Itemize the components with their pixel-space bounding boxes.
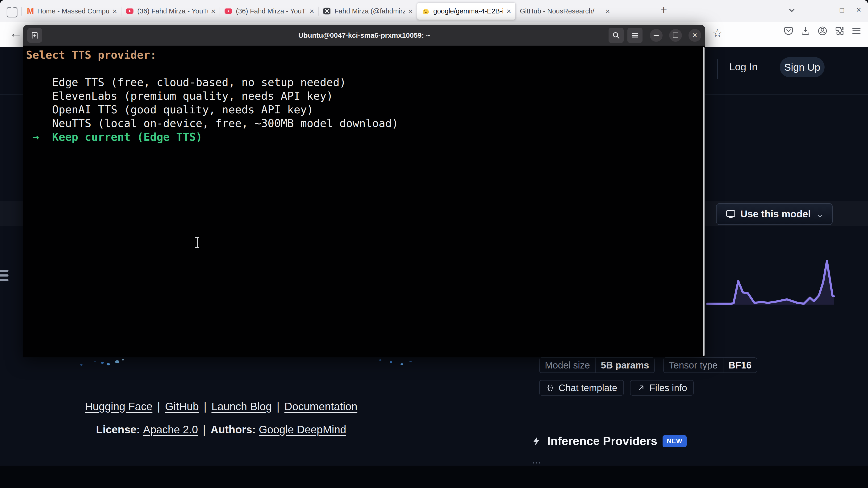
monitor-icon <box>725 209 736 220</box>
page-menu-icon[interactable] <box>0 270 8 284</box>
x-twitter-icon <box>323 7 331 15</box>
footer-separator: | <box>272 400 284 413</box>
background-speck <box>409 361 412 362</box>
signup-button[interactable]: Sign Up <box>780 57 825 77</box>
terminal-new-tab-icon[interactable] <box>27 28 42 43</box>
tab-title: Fahd Mirza (@fahdmirza <box>335 7 405 15</box>
tab-close-icon[interactable]: × <box>112 7 117 15</box>
action-button-chat-template[interactable]: Chat template <box>539 380 624 396</box>
meta-label: Model size <box>540 358 595 372</box>
back-button[interactable]: ← <box>9 26 22 40</box>
terminal-menu-icon[interactable] <box>627 28 643 43</box>
window-maximize-button[interactable]: □ <box>840 7 844 14</box>
terminal-line: NeuTTS (local on-device, free, ~300MB mo… <box>26 117 705 130</box>
browser-tab[interactable]: (36) Fahd Mirza - YouTub× <box>121 2 220 20</box>
use-this-model-label: Use this model <box>740 208 811 220</box>
inference-providers-section: Inference Providers NEW <box>531 434 687 448</box>
footer-link[interactable]: Launch Blog <box>211 400 272 413</box>
background-speck <box>115 360 119 363</box>
model-card-footer: Hugging Face | GitHub | Launch Blog | Do… <box>66 400 376 436</box>
browser-tab-bar: MHome - Massed Compute×(36) Fahd Mirza -… <box>0 0 868 22</box>
model-meta-row: Model size5B paramsTensor typeBF16 <box>539 357 757 373</box>
terminal-line: OpenAI TTS (good quality, needs API key) <box>26 103 705 117</box>
terminal-maximize-button[interactable] <box>669 29 682 42</box>
tab-title: (36) Fahd Mirza - YouTub <box>137 7 208 15</box>
braces-icon <box>546 383 555 392</box>
tab-close-icon[interactable]: × <box>506 7 511 15</box>
tab-close-icon[interactable]: × <box>211 7 216 15</box>
footer-separator: | <box>199 400 212 413</box>
browser-tab[interactable]: GitHub - NousResearch/× <box>516 2 614 20</box>
account-icon[interactable] <box>817 26 828 36</box>
screen: MHome - Massed Compute×(36) Fahd Mirza -… <box>0 0 868 488</box>
toolbar-icon-group <box>783 26 862 36</box>
chevron-down-icon <box>816 210 824 218</box>
pocket-icon[interactable] <box>783 26 794 36</box>
nav-divider <box>717 59 718 79</box>
background-speck <box>390 361 392 363</box>
tabs-container: MHome - Massed Compute×(36) Fahd Mirza -… <box>23 2 614 20</box>
terminal-scrollbar[interactable] <box>703 47 705 356</box>
background-speck <box>401 363 403 365</box>
tab-close-icon[interactable]: × <box>408 7 413 15</box>
downloads-sparkline-chart <box>706 258 836 309</box>
footer-separator: | <box>198 423 211 436</box>
meta-pill: Model size5B params <box>539 357 655 373</box>
new-badge: NEW <box>662 435 687 447</box>
terminal-minimize-button[interactable] <box>650 29 662 42</box>
tab-title: (36) Fahd Mirza - YouTub <box>236 7 306 15</box>
firefox-view-icon[interactable] <box>7 7 18 18</box>
browser-tab[interactable]: MHome - Massed Compute× <box>23 2 121 20</box>
download-icon[interactable] <box>800 26 811 36</box>
extensions-icon[interactable] <box>834 26 845 36</box>
truncated-text: ... <box>532 454 541 465</box>
background-speck <box>122 359 124 360</box>
action-label: Files info <box>649 383 687 393</box>
window-minimize-button[interactable]: − <box>823 6 828 14</box>
terminal-window: Ubuntu@0047-kci-sma6-prxmx10059: ~ × Sel… <box>23 25 705 357</box>
background-speck <box>80 364 83 366</box>
license-link[interactable]: Apache 2.0 <box>143 423 198 436</box>
bolt-icon <box>531 436 542 447</box>
tab-close-icon[interactable]: × <box>309 7 314 15</box>
login-link[interactable]: Log In <box>729 60 757 73</box>
browser-tab[interactable]: (36) Fahd Mirza - YouTub× <box>220 2 318 20</box>
meta-value: BF16 <box>723 358 757 372</box>
use-this-model-button[interactable]: Use this model <box>716 203 833 225</box>
tab-close-icon[interactable]: × <box>605 7 610 15</box>
arrow-up-right-icon <box>637 383 646 392</box>
bottom-bar <box>0 465 868 488</box>
action-button-files-info[interactable]: Files info <box>630 380 694 396</box>
browser-tab[interactable]: google/gemma-4-E2B-it× <box>417 2 516 20</box>
footer-links-line: Hugging Face | GitHub | Launch Blog | Do… <box>66 400 376 413</box>
window-close-button[interactable]: × <box>856 6 861 14</box>
model-actions-row: Chat templateFiles info <box>539 380 694 396</box>
footer-link[interactable]: Hugging Face <box>85 400 152 413</box>
terminal-body[interactable]: Select TTS provider: Edge TTS (free, clo… <box>23 46 705 357</box>
background-speck <box>106 363 110 365</box>
action-label: Chat template <box>559 383 617 393</box>
text-cursor <box>197 238 198 247</box>
authors-link[interactable]: Google DeepMind <box>259 423 346 436</box>
massed-compute-icon: M <box>27 7 34 15</box>
terminal-line: ElevenLabs (premium quality, needs API k… <box>26 89 705 103</box>
bookmark-star-icon[interactable]: ☆ <box>712 26 722 40</box>
meta-label: Tensor type <box>664 358 723 372</box>
terminal-search-icon[interactable] <box>609 28 624 43</box>
authors-label: Authors: <box>211 423 259 436</box>
browser-tab[interactable]: Fahd Mirza (@fahdmirza× <box>318 2 417 20</box>
terminal-titlebar[interactable]: Ubuntu@0047-kci-sma6-prxmx10059: ~ × <box>23 25 705 46</box>
terminal-line: → Keep current (Edge TTS) <box>26 130 705 144</box>
menu-icon[interactable] <box>851 26 862 36</box>
inference-providers-title: Inference Providers <box>547 434 657 448</box>
tab-title: Home - Massed Compute <box>37 7 109 15</box>
background-speck <box>101 362 104 364</box>
footer-link[interactable]: Documentation <box>284 400 357 413</box>
background-speck <box>94 361 96 362</box>
new-tab-button[interactable]: + <box>660 3 667 16</box>
list-all-tabs-icon[interactable] <box>787 6 796 14</box>
youtube-icon <box>224 7 232 15</box>
footer-license-line: License: Apache 2.0 | Authors: Google De… <box>66 423 376 436</box>
footer-link[interactable]: GitHub <box>165 400 199 413</box>
terminal-close-button[interactable]: × <box>688 29 701 42</box>
